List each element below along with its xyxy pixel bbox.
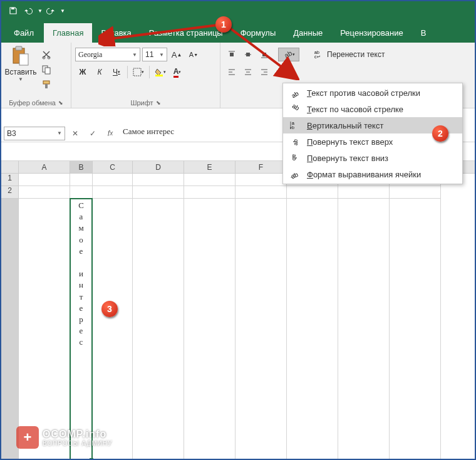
tab-insert[interactable]: Вставка <box>92 23 140 43</box>
borders-icon[interactable]: ▾ <box>131 65 146 79</box>
font-color-icon[interactable]: А▾ <box>170 65 185 79</box>
callout-3: 3 <box>101 301 118 317</box>
orient-label: Вертикальный текст <box>307 121 383 130</box>
dialog-launcher-icon[interactable]: ⬊ <box>58 100 63 106</box>
fill-color-icon[interactable]: ▾ <box>153 65 168 79</box>
svg-text:a: a <box>292 121 294 125</box>
select-all-triangle[interactable] <box>1 161 19 173</box>
wrap-text-button[interactable]: abc↵ Перенести текст <box>311 48 388 61</box>
column-header[interactable]: D <box>133 161 184 173</box>
chevron-down-icon: ▼ <box>18 76 23 82</box>
ribbon-group-font: Georgia▼ 11▼ A▲ A▼ Ж К Ч▾ ▾ ▾ А▾ Шрифт <box>71 43 220 108</box>
paste-button[interactable]: Вставить ▼ <box>5 45 36 98</box>
dialog-launcher-icon[interactable]: ⬊ <box>156 100 161 106</box>
orient-label: Формат выравнивания ячейки <box>307 170 421 179</box>
undo-icon[interactable] <box>21 4 35 18</box>
column-header[interactable]: C <box>93 161 133 173</box>
decrease-font-icon[interactable]: A▼ <box>186 48 201 61</box>
enter-icon[interactable]: ✓ <box>85 127 100 140</box>
qat-customize-icon[interactable]: ▼ <box>60 8 65 14</box>
angle-cw-icon: ab <box>289 104 301 114</box>
svg-rect-8 <box>43 81 49 84</box>
column-header[interactable]: F <box>235 161 287 173</box>
cell-b3[interactable]: Самое интерес <box>70 199 93 460</box>
svg-rect-2 <box>16 46 22 50</box>
row-header[interactable] <box>1 199 19 460</box>
orient-angle-cw[interactable]: ab Текст по часовой стрелке <box>283 101 462 117</box>
align-top-icon[interactable] <box>224 48 239 61</box>
save-icon[interactable] <box>6 4 20 18</box>
underline-button[interactable]: Ч▾ <box>109 65 124 79</box>
svg-rect-17 <box>262 53 266 56</box>
row-header[interactable]: 1 <box>1 174 19 186</box>
ribbon-tabs: Файл Главная Вставка Разметка страницы Ф… <box>1 20 475 43</box>
orient-label: Текст против часовой стрелки <box>307 88 420 98</box>
orient-label: Текст по часовой стрелке <box>307 105 403 114</box>
orient-label: Повернуть текст вниз <box>307 154 388 163</box>
increase-font-icon[interactable]: A▲ <box>169 48 184 61</box>
svg-rect-15 <box>246 53 250 56</box>
svg-text:ab: ab <box>283 50 292 60</box>
column-header[interactable]: E <box>184 161 235 173</box>
tab-file[interactable]: Файл <box>4 23 44 43</box>
align-middle-icon[interactable] <box>241 48 256 61</box>
svg-text:ab: ab <box>290 90 300 98</box>
watermark-badge: + <box>16 426 39 449</box>
row-header[interactable]: 2 <box>1 186 19 199</box>
tab-home[interactable]: Главная <box>44 23 92 43</box>
bold-button[interactable]: Ж <box>75 65 90 79</box>
redo-icon[interactable] <box>44 4 58 18</box>
format-cells-icon: ab <box>289 169 301 179</box>
svg-text:ab: ab <box>292 139 299 145</box>
svg-text:ab: ab <box>291 154 298 160</box>
font-group-label: Шрифт ⬊ <box>75 98 216 107</box>
svg-text:b: b <box>292 125 294 130</box>
orientation-button[interactable]: ab ▾ <box>278 48 299 61</box>
tab-data[interactable]: Данные <box>284 23 331 43</box>
paste-label: Вставить <box>5 68 37 76</box>
tab-view[interactable]: В <box>412 23 435 43</box>
svg-rect-13 <box>230 53 234 56</box>
svg-text:c↵: c↵ <box>314 55 321 59</box>
worksheet-grid[interactable]: A B C D E F G H I 1 2 Самое интерес <box>1 161 475 460</box>
column-header[interactable]: A <box>19 161 70 173</box>
italic-button[interactable]: К <box>92 65 107 79</box>
svg-rect-3 <box>19 54 28 65</box>
tab-formulas[interactable]: Формулы <box>232 23 285 43</box>
undo-dropdown-icon[interactable]: ▼ <box>38 8 43 14</box>
wrap-text-label: Перенести текст <box>327 50 385 59</box>
font-size-combo[interactable]: 11▼ <box>142 48 167 61</box>
title-bar: ▼ ▼ <box>1 1 475 20</box>
cut-icon[interactable] <box>39 48 54 61</box>
cell-b3-vertical-text: Самое интерес <box>70 199 92 349</box>
align-bottom-icon[interactable] <box>257 48 272 61</box>
cancel-icon[interactable]: ✕ <box>68 127 83 140</box>
align-left-icon[interactable] <box>224 65 239 79</box>
orient-format-alignment[interactable]: ab Формат выравнивания ячейки <box>283 166 462 182</box>
tab-review[interactable]: Рецензирование <box>331 23 411 43</box>
clipboard-group-label: Буфер обмена ⬊ <box>5 98 67 107</box>
rotate-up-icon: ab <box>289 137 301 147</box>
svg-text:ab: ab <box>291 104 300 112</box>
align-center-icon[interactable] <box>241 65 256 79</box>
angle-ccw-icon: ab <box>289 88 301 98</box>
callout-2: 2 <box>432 125 448 142</box>
font-name-combo[interactable]: Georgia▼ <box>75 48 140 61</box>
orient-rotate-down[interactable]: ab Повернуть текст вниз <box>283 150 462 166</box>
callout-1: 1 <box>215 16 232 33</box>
rotate-down-icon: ab <box>289 153 301 163</box>
align-right-icon[interactable] <box>257 65 272 79</box>
watermark-title: OCOMP.info <box>43 429 112 440</box>
watermark-subtitle: ВОПРОСЫ АДМИНУ <box>43 440 112 447</box>
format-painter-icon[interactable] <box>39 78 54 91</box>
fx-icon[interactable]: fx <box>103 127 118 140</box>
ribbon-group-clipboard: Вставить ▼ Буфер обмена ⬊ <box>1 43 71 108</box>
column-header[interactable]: B <box>70 161 93 173</box>
orient-angle-ccw[interactable]: ab Текст против часовой стрелки <box>283 85 462 101</box>
vertical-text-icon: ab <box>289 120 301 130</box>
svg-rect-10 <box>133 68 141 76</box>
copy-icon[interactable] <box>39 63 54 76</box>
svg-text:ab: ab <box>314 50 319 55</box>
svg-rect-9 <box>45 84 48 88</box>
name-box[interactable]: B3▼ <box>4 127 65 140</box>
